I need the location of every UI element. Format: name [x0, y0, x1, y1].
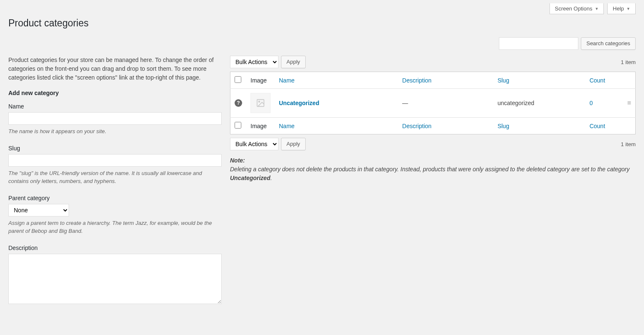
select-all-checkbox-bottom[interactable]	[235, 122, 241, 129]
description-label: Description	[8, 245, 222, 251]
name-label: Name	[8, 103, 222, 110]
intro-text: Product categories for your store can be…	[8, 56, 222, 82]
bulk-actions-select-top[interactable]: Bulk Actions	[230, 56, 279, 68]
col-slug-footer[interactable]: Slug	[493, 118, 585, 134]
chevron-down-icon: ▼	[626, 7, 630, 11]
slug-label: Slug	[8, 145, 222, 152]
col-count-header[interactable]: Count	[585, 72, 623, 89]
note-block: Note: Deleting a category does not delet…	[230, 156, 636, 183]
col-image-footer: Image	[246, 118, 275, 134]
drag-handle-icon[interactable]: ≡	[627, 99, 631, 106]
items-count-bottom: 1 item	[621, 141, 636, 147]
col-description-footer[interactable]: Description	[398, 118, 493, 134]
col-slug-header[interactable]: Slug	[493, 72, 585, 89]
chevron-down-icon: ▼	[595, 7, 598, 11]
screen-options-tab[interactable]: Screen Options ▼	[549, 3, 604, 14]
screen-options-label: Screen Options	[555, 5, 593, 12]
col-count-footer[interactable]: Count	[585, 118, 623, 134]
select-all-checkbox-top[interactable]	[235, 76, 241, 83]
col-image-header: Image	[246, 72, 275, 89]
apply-button-top[interactable]: Apply	[281, 56, 306, 68]
note-uncategorized: Uncategorized	[230, 175, 270, 181]
parent-desc: Assign a parent term to create a hierarc…	[8, 219, 222, 235]
add-category-heading: Add new category	[8, 90, 222, 96]
description-field[interactable]	[8, 254, 222, 304]
col-description-header[interactable]: Description	[398, 72, 493, 89]
page-title: Product categories	[8, 18, 636, 29]
svg-point-1	[258, 101, 260, 102]
note-label: Note:	[230, 157, 245, 164]
category-slug: uncategorized	[493, 89, 585, 118]
apply-button-bottom[interactable]: Apply	[281, 138, 306, 150]
note-body: Deleting a category does not delete the …	[230, 166, 629, 173]
bulk-actions-select-bottom[interactable]: Bulk Actions	[230, 138, 279, 150]
help-label: Help	[613, 5, 624, 12]
slug-desc: The "slug" is the URL-friendly version o…	[8, 169, 222, 186]
slug-field[interactable]	[8, 154, 222, 167]
image-placeholder-icon	[250, 93, 271, 113]
category-name-link[interactable]: Uncategorized	[279, 100, 319, 106]
note-period: .	[270, 175, 272, 181]
col-name-header[interactable]: Name	[275, 72, 398, 89]
category-count-link[interactable]: 0	[590, 100, 593, 106]
help-icon[interactable]: ?	[235, 99, 242, 107]
help-tab[interactable]: Help ▼	[607, 3, 636, 14]
items-count-top: 1 item	[621, 59, 636, 65]
col-name-footer[interactable]: Name	[275, 118, 398, 134]
parent-label: Parent category	[8, 195, 222, 201]
search-input[interactable]	[499, 37, 578, 50]
name-desc: The name is how it appears on your site.	[8, 127, 222, 136]
name-field[interactable]	[8, 112, 222, 125]
table-row: ? Uncategorized — uncategorized 0 ≡	[230, 89, 636, 118]
category-description: —	[398, 89, 493, 118]
search-categories-button[interactable]: Search categories	[581, 37, 636, 50]
parent-category-select[interactable]: None	[8, 204, 69, 216]
